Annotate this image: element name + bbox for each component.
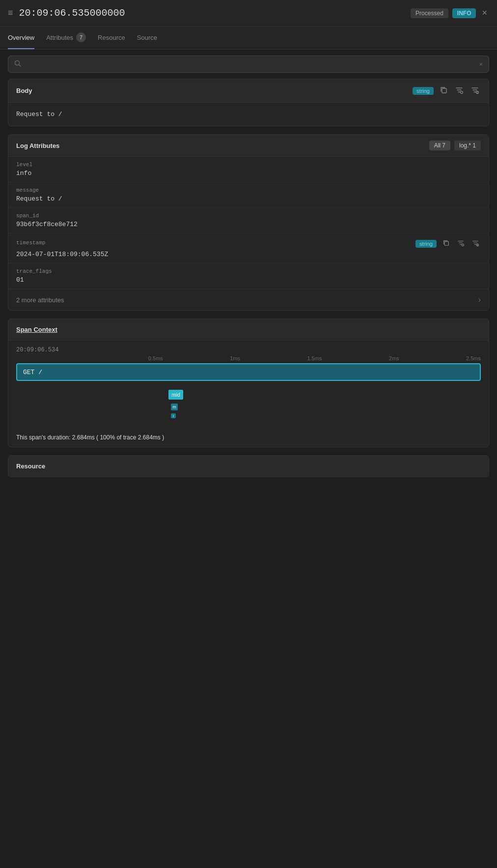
- attr-row-span-id: span_id 93b6f3cf8ce8e712: [8, 208, 489, 233]
- search-input[interactable]: [25, 60, 475, 68]
- body-type-badge: string: [413, 87, 434, 95]
- attr-value-timestamp: 2024-07-01T18:09:06.535Z: [16, 251, 481, 258]
- more-attributes-row[interactable]: 2 more attributes ›: [8, 289, 489, 310]
- main-span-bar-label: GET /: [23, 369, 42, 376]
- attr-key-timestamp: timestamp: [16, 240, 45, 246]
- span-context-header: Span Context: [8, 319, 489, 341]
- search-area: ×: [0, 50, 497, 79]
- span-sub-bars: mid m l: [16, 385, 481, 424]
- body-section-title: Body: [16, 87, 32, 94]
- axis-3: 1.5ms: [307, 355, 322, 361]
- log-attributes-header: Log Attributes All 7 log.* 1: [8, 135, 489, 157]
- attr-value-span-id: 93b6f3cf8ce8e712: [16, 221, 481, 228]
- duration-value: 2.684ms: [72, 434, 95, 441]
- body-section-actions: string: [413, 85, 481, 96]
- svg-rect-8: [444, 241, 448, 245]
- resource-section: Resource: [8, 455, 489, 477]
- body-filter-include-icon[interactable]: [453, 85, 465, 96]
- tab-overview[interactable]: Overview: [8, 27, 34, 49]
- body-copy-icon[interactable]: [438, 85, 449, 96]
- main-span-bar: GET /: [16, 363, 481, 381]
- tab-attributes-label: Attributes: [46, 34, 73, 41]
- header: ≡ 20:09:06.535000000 Processed INFO ×: [0, 0, 497, 27]
- attr-key-trace-flags: trace_flags: [16, 268, 481, 274]
- attr-row-trace-flags: trace_flags 01: [8, 263, 489, 289]
- info-badge: INFO: [452, 8, 476, 18]
- processed-badge: Processed: [411, 8, 448, 18]
- tab-overview-label: Overview: [8, 34, 34, 41]
- attr-key-span-id: span_id: [16, 213, 481, 219]
- log-attributes-section: Log Attributes All 7 log.* 1 level info …: [8, 134, 489, 311]
- axis-1: 0.5ms: [148, 355, 163, 361]
- body-section: Body string: [8, 79, 489, 126]
- axis-2: 1ms: [230, 355, 240, 361]
- list-icon: ≡: [8, 8, 13, 18]
- span-context-section: Span Context 20:09:06.534 0.5ms 1ms 1.5m…: [8, 318, 489, 447]
- attr-value-trace-flags: 01: [16, 276, 481, 284]
- log-attributes-title: Log Attributes: [16, 142, 59, 149]
- search-bar: ×: [8, 56, 489, 73]
- attr-key-level: level: [16, 162, 481, 168]
- span-context-title: Span Context: [16, 326, 57, 333]
- svg-rect-2: [442, 88, 446, 93]
- attr-row-message: message Request to /: [8, 182, 489, 208]
- span-chart-area: 20:09:06.534 0.5ms 1ms 1.5ms 2ms 2.5ms G…: [8, 341, 489, 430]
- trace-duration: 2.684ms: [138, 434, 161, 441]
- span-start-time: 20:09:06.534: [16, 347, 481, 353]
- tab-source[interactable]: Source: [137, 27, 157, 49]
- attr-key-message: message: [16, 187, 481, 193]
- span-axis: 0.5ms 1ms 1.5ms 2ms 2.5ms: [16, 355, 481, 363]
- filter-log-star[interactable]: log.* 1: [454, 141, 481, 150]
- search-icon: [14, 60, 21, 68]
- svg-line-1: [19, 65, 21, 67]
- tab-resource[interactable]: Resource: [98, 27, 125, 49]
- tab-attributes[interactable]: Attributes 7: [46, 27, 86, 49]
- body-filter-exclude-icon[interactable]: [469, 85, 481, 96]
- timestamp-type-badge: string: [415, 240, 437, 248]
- timestamp-filter-include-icon[interactable]: [455, 238, 466, 249]
- attr-value-message: Request to /: [16, 195, 481, 203]
- close-button[interactable]: ×: [480, 7, 489, 19]
- header-actions: Processed INFO ×: [411, 7, 489, 19]
- tab-bar: Overview Attributes 7 Resource Source: [0, 27, 497, 50]
- resource-title: Resource: [16, 463, 45, 470]
- span-duration-text: This span's duration: 2.684ms ( 100% of …: [8, 430, 489, 447]
- axis-4: 2ms: [389, 355, 399, 361]
- sub-bar-mid: mid: [168, 390, 183, 400]
- search-clear-icon[interactable]: ×: [479, 60, 483, 68]
- attr-value-level: info: [16, 170, 481, 177]
- attr-row-timestamp: timestamp string: [8, 233, 489, 263]
- timestamp-label: 20:09:06.535000000: [19, 7, 405, 19]
- tab-resource-label: Resource: [98, 34, 125, 41]
- more-attributes-label: 2 more attributes: [16, 296, 64, 304]
- duration-percent-text: ( 100% of trace: [96, 434, 136, 441]
- duration-prefix: This span's duration:: [16, 434, 70, 441]
- attr-row-level: level info: [8, 157, 489, 182]
- close-paren: ): [162, 434, 164, 441]
- sub-bar-l: l: [171, 413, 176, 418]
- body-content: Request to /: [8, 103, 489, 126]
- sub-bar-m: m: [171, 404, 178, 410]
- timestamp-filter-exclude-icon[interactable]: [470, 238, 481, 249]
- axis-5: 2.5ms: [466, 355, 481, 361]
- filter-all[interactable]: All 7: [429, 141, 450, 150]
- log-filter-group: All 7 log.* 1: [429, 141, 481, 150]
- body-value: Request to /: [16, 111, 62, 118]
- timestamp-copy-icon[interactable]: [441, 238, 451, 249]
- timestamp-actions: string: [415, 238, 481, 249]
- chevron-right-icon: ›: [478, 295, 481, 304]
- tab-attributes-badge: 7: [76, 32, 86, 42]
- body-section-header: Body string: [8, 79, 489, 103]
- resource-header: Resource: [8, 456, 489, 477]
- tab-source-label: Source: [137, 34, 157, 41]
